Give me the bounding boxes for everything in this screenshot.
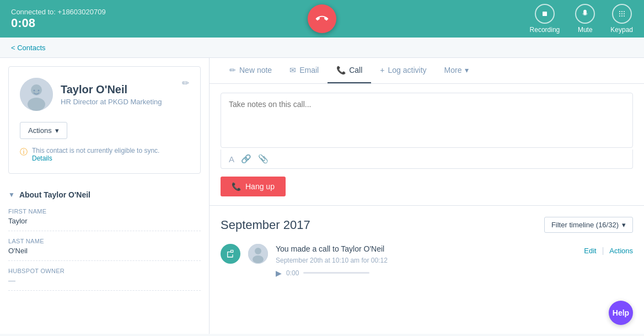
- svg-rect-0: [543, 12, 547, 16]
- about-section: ▼ About Taylor O'Neil First Name Taylor …: [0, 182, 209, 306]
- hang-up-button[interactable]: 📞 Hang up: [221, 177, 286, 196]
- filter-timeline-button[interactable]: Filter timeline (16/32) ▾: [544, 217, 633, 233]
- svg-point-14: [38, 90, 40, 92]
- timeline-header: September 2017 Filter timeline (16/32) ▾: [221, 217, 633, 233]
- more-label: More: [444, 66, 462, 74]
- timeline-entry: You made a call to Taylor O'Neil Septemb…: [221, 244, 633, 278]
- info-icon: ⓘ: [20, 147, 28, 157]
- svg-point-13: [34, 90, 35, 92]
- audio-progress-bar: [303, 272, 369, 274]
- filter-label: Filter timeline (16/32): [551, 221, 619, 229]
- audio-start-time: 0:00: [286, 269, 299, 277]
- sub-nav: Contacts: [0, 38, 644, 58]
- call-icon: 📞: [336, 66, 346, 74]
- svg-point-1: [619, 11, 620, 12]
- call-timer: 0:08: [11, 16, 106, 30]
- call-info: Connected to: +18603020709 0:08: [11, 8, 106, 30]
- email-label: Email: [299, 66, 319, 74]
- timeline-dot: [221, 244, 240, 264]
- edit-contact-icon[interactable]: ✏: [182, 78, 189, 88]
- first-name-value: Taylor: [8, 217, 201, 225]
- about-chevron-icon: ▼: [8, 191, 15, 199]
- sync-message: This contact is not currently eligible t…: [32, 147, 159, 154]
- timeline-entry-content: You made a call to Taylor O'Neil Septemb…: [276, 244, 576, 278]
- svg-point-3: [624, 11, 625, 12]
- tab-more[interactable]: More ▾: [436, 58, 478, 83]
- timeline-section: September 2017 Filter timeline (16/32) ▾: [210, 205, 644, 289]
- last-name-label: Last Name: [8, 238, 201, 244]
- attachment-icon[interactable]: 📎: [258, 154, 269, 164]
- activity-avatar: [248, 244, 268, 264]
- svg-point-6: [624, 13, 625, 14]
- notes-toolbar: A 🔗 📎: [221, 150, 633, 169]
- hangup-label: Hang up: [245, 182, 275, 191]
- actions-button[interactable]: Actions ▾: [20, 122, 67, 139]
- help-label: Help: [613, 308, 629, 317]
- tab-new-note[interactable]: ✏ New note: [221, 58, 281, 83]
- timeline-entry-actions: Edit | Actions: [584, 246, 633, 255]
- contact-header: Taylor O'Neil HR Director at PKGD Market…: [20, 78, 189, 111]
- svg-point-16: [255, 248, 261, 254]
- call-label: Call: [349, 66, 362, 74]
- recording-button[interactable]: Recording: [530, 4, 560, 34]
- about-header[interactable]: ▼ About Taylor O'Neil: [8, 190, 201, 199]
- audio-bar: ▶ 0:00: [276, 269, 576, 278]
- contact-info: Taylor O'Neil HR Director at PKGD Market…: [61, 83, 174, 106]
- log-icon: +: [380, 66, 384, 74]
- svg-point-7: [619, 15, 620, 17]
- main-layout: Taylor O'Neil HR Director at PKGD Market…: [0, 58, 644, 334]
- svg-point-8: [621, 15, 622, 17]
- first-name-field: First Name Taylor: [8, 208, 201, 231]
- actions-chevron-icon: ▾: [55, 126, 59, 135]
- first-name-label: First Name: [8, 208, 201, 215]
- call-panel: A 🔗 📎 📞 Hang up: [210, 84, 644, 205]
- log-label: Log activity: [388, 66, 426, 74]
- filter-chevron-icon: ▾: [622, 221, 626, 229]
- timeline-edit-link[interactable]: Edit: [584, 247, 596, 255]
- new-note-icon: ✏: [229, 66, 236, 74]
- tabs: ✏ New note ✉ Email 📞 Call + Log activity…: [210, 58, 644, 84]
- recording-icon-circle: [535, 4, 555, 24]
- timeline-actions-link[interactable]: Actions: [609, 247, 633, 255]
- contacts-breadcrumb[interactable]: Contacts: [11, 44, 46, 52]
- svg-point-12: [28, 98, 45, 111]
- text-format-icon[interactable]: A: [229, 154, 234, 164]
- new-note-label: New note: [239, 66, 272, 74]
- mute-label: Mute: [578, 26, 593, 34]
- more-chevron-icon: ▾: [465, 66, 469, 74]
- keypad-icon-circle: [612, 4, 632, 24]
- sync-details-link[interactable]: Details: [32, 154, 52, 162]
- last-name-value: O'Neil: [8, 247, 201, 255]
- mute-button[interactable]: Mute: [575, 4, 595, 34]
- svg-point-5: [621, 13, 622, 14]
- end-call-button[interactable]: [308, 4, 336, 33]
- svg-point-17: [253, 255, 264, 263]
- svg-point-9: [624, 15, 625, 17]
- hubspot-owner-value: —: [8, 276, 201, 285]
- hubspot-owner-field: HubSpot Owner —: [8, 268, 201, 291]
- top-bar: Connected to: +18603020709 0:08 Recordin…: [0, 0, 644, 38]
- top-bar-actions: Recording Mute Keypad: [530, 4, 633, 34]
- tab-email[interactable]: ✉ Email: [281, 58, 328, 83]
- email-icon: ✉: [289, 66, 296, 74]
- tab-call[interactable]: 📞 Call: [328, 58, 371, 83]
- last-name-field: Last Name O'Neil: [8, 238, 201, 261]
- help-bubble[interactable]: Help: [609, 301, 633, 325]
- right-panel: ✏ New note ✉ Email 📞 Call + Log activity…: [210, 58, 644, 334]
- mute-icon-circle: [575, 4, 595, 24]
- tab-log-activity[interactable]: + Log activity: [371, 58, 435, 83]
- link-icon[interactable]: 🔗: [241, 154, 251, 164]
- keypad-button[interactable]: Keypad: [610, 4, 633, 34]
- connected-to-label: Connected to: +18603020709: [11, 8, 106, 16]
- hubspot-owner-label: HubSpot Owner: [8, 268, 201, 274]
- contact-name: Taylor O'Neil: [61, 83, 174, 96]
- keypad-label: Keypad: [610, 26, 633, 34]
- call-notes-input[interactable]: [221, 93, 633, 148]
- recording-label: Recording: [530, 26, 560, 34]
- svg-point-4: [619, 13, 620, 14]
- sync-notice: ⓘ This contact is not currently eligible…: [20, 147, 189, 162]
- timeline-month: September 2017: [221, 218, 310, 232]
- timeline-timestamp: September 20th at 10:10 am for 00:12: [276, 257, 576, 264]
- svg-point-2: [621, 11, 622, 12]
- play-button[interactable]: ▶: [276, 269, 282, 278]
